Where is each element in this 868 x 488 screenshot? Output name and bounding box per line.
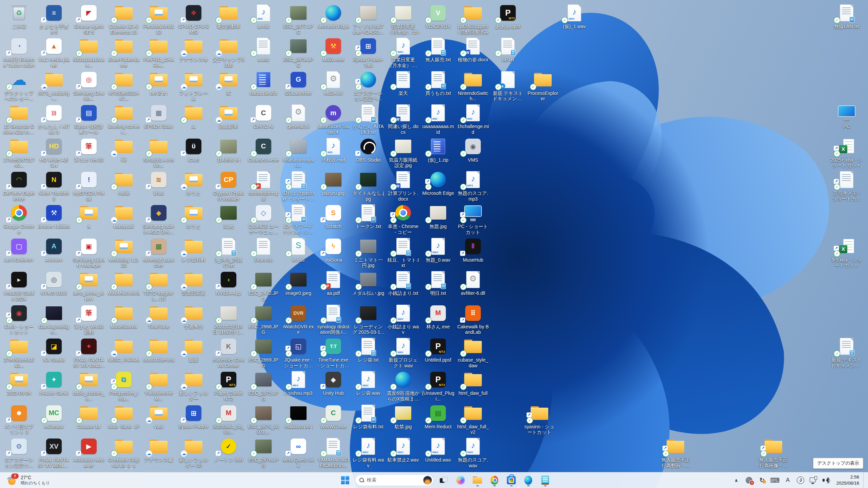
desktop-icon[interactable]: ☁交通事故 (177, 304, 210, 330)
desktop-icon[interactable]: ☁6973_Audiority-... (38, 71, 70, 102)
desktop-icon[interactable]: ✓15 Seconds Online ADB Installer an... (3, 104, 35, 135)
desktop-icon[interactable]: ☁新しいフォルダー (2) (177, 438, 210, 468)
desktop-icon[interactable]: ☁最新 (177, 338, 210, 363)
task-view-button[interactable] (437, 473, 450, 487)
desktop-icon[interactable]: ✓レコーディング 2025-03-1... (352, 304, 384, 335)
desktop-icon[interactable]: M✓20220904_08_08... (212, 404, 245, 435)
desktop-icon[interactable]: ✓メダル払い.jpg (352, 271, 384, 296)
desktop-icon[interactable]: ❖↗CPUID CPU-Z MSI (177, 4, 210, 35)
desktop-icon[interactable]: ∞↗Meta Quest Link (282, 438, 315, 468)
desktop-icon[interactable]: ✓3_24-3_25旅行.txt (212, 238, 245, 268)
desktop-icon[interactable]: ♪WAV✓無題_0.wav (422, 238, 454, 263)
desktop-icon[interactable]: ΡNT2✓あああ.ppsf (492, 4, 524, 29)
desktop-icon[interactable]: ✓駐禁.jpg (387, 404, 419, 430)
touch-keyboard-icon[interactable]: ⌨ (769, 474, 781, 486)
tray-clock[interactable]: 2:562025/08/16 (833, 473, 862, 487)
desktop-icon[interactable]: ◎↗NVMS-1000 (38, 271, 70, 296)
desktop-icon[interactable]: ✓Cubase LE AI Elements 13 (107, 4, 140, 35)
desktop-icon[interactable]: ♪WAV✓新規プロジェクト.wav (387, 338, 419, 368)
copilot-button[interactable] (454, 473, 467, 487)
desktop-icon[interactable]: ✓新規 テキスト ドキュメント.txt (830, 338, 863, 368)
desktop-icon[interactable]: ✓GamingIntellige... (38, 304, 70, 335)
desktop-icon[interactable]: ΡNT2✓(Unsaved_Plugi... (422, 371, 454, 402)
desktop-icon[interactable]: ≋↗Lhaz (142, 171, 175, 196)
desktop-icon[interactable]: ✓レジ袋.txt (352, 338, 384, 363)
desktop-icon[interactable]: ✓無線LAN.txt (830, 4, 863, 29)
desktop-icon[interactable]: ≡↗さよなら手書き5 (38, 4, 70, 35)
desktop-icon[interactable]: ♪WAV✓レジ袋有料.wav (352, 438, 384, 468)
desktop-icon[interactable]: ♪WAV✓(仮)_1.wav (558, 4, 591, 29)
desktop-icon[interactable]: M✓林さん.exe (422, 304, 454, 330)
desktop-icon[interactable]: ✓かんたん AITALK3.txt (352, 104, 384, 135)
desktop-icon[interactable]: ▤✓Mem Reduct (422, 404, 454, 430)
desktop-icon[interactable]: ▤↗Epson 接続診断ツール (73, 104, 105, 135)
desktop-icon[interactable]: V✓VOICEVOX (422, 4, 454, 29)
desktop-icon[interactable]: ✓Dram.sb (247, 238, 280, 263)
file-explorer-button[interactable] (471, 473, 484, 487)
desktop-icon[interactable]: ✓↗無人販売不正行為画像 - ショートカット (757, 438, 790, 468)
desktop-icon[interactable]: ◱✓↗JQuake.exe - ショートカット (282, 338, 315, 368)
desktop-icon[interactable]: A↗Artroom (38, 238, 70, 263)
desktop-icon[interactable]: ✓↗syasinn - ショートカット (523, 404, 556, 435)
desktop-icon[interactable]: W✓計算プリント.docx (387, 171, 419, 202)
desktop-icon[interactable]: ☁TimeTune (142, 304, 175, 330)
desktop-icon[interactable]: ◖↗NVIDIA App (212, 271, 245, 296)
desktop-icon[interactable]: ✦↗FINAL FANTASY XIV ONLINE (73, 338, 105, 368)
desktop-icon[interactable]: ⧉✓↗Perspective_Ima... (107, 371, 140, 402)
desktop-icon[interactable]: ☁Masayuki (107, 204, 140, 229)
desktop-icon[interactable]: ✓楽天 (387, 71, 419, 96)
desktop-icon[interactable]: ☁✓デスクトップ へのショートカット (OneDri... (3, 71, 35, 102)
desktop-icon[interactable]: ϋ↗iCUE (177, 138, 210, 163)
desktop-icon[interactable]: ☁営業日変更 (177, 271, 210, 296)
desktop-icon[interactable]: ⚒↗Brother Utilities (38, 204, 70, 229)
desktop-icon[interactable]: ▶↗Activation Manager (73, 438, 105, 468)
desktop-icon[interactable]: ▸↗Insta360 Studio 2024 (3, 271, 35, 302)
desktop-icon[interactable]: ☁新しいフォルダー (177, 371, 210, 402)
desktop-icon[interactable]: ◉✓↗CMS - ショートカット (3, 304, 35, 335)
desktop-icon[interactable]: ◔↗Intel(R) Extreme Tuning Utility (3, 37, 35, 68)
desktop-icon[interactable]: ◠↗GeForce Experience (3, 171, 35, 202)
desktop-icon[interactable]: ✓utau0418e-inst (142, 338, 175, 363)
desktop-icon[interactable]: ▣↗Steinberg Library Manager (73, 238, 105, 268)
desktop-icon[interactable]: CP↗Crypton Product Installer (212, 171, 245, 202)
desktop-icon[interactable]: !↗MyEPSON Portal (73, 171, 105, 202)
desktop-icon[interactable]: ✓Cubase 14 (73, 404, 105, 430)
desktop-icon[interactable]: ✓小銭詰まり.txt (387, 271, 419, 296)
desktop-icon[interactable]: ◆↗Unity Hub (317, 371, 350, 396)
desktop-icon[interactable]: ♪WAV✓レジ袋.wav (352, 371, 384, 396)
desktop-icon[interactable]: W✓植物の姿.docx (457, 37, 489, 63)
desktop-icon[interactable]: ✓ゆうと (177, 204, 210, 229)
desktop-icon[interactable]: ↗Google Chrome (3, 204, 35, 235)
wired-network-icon[interactable] (808, 474, 819, 486)
desktop-icon[interactable]: N↗Nikon Transfer 2 (38, 171, 70, 202)
desktop-icon[interactable]: ✓2021年2月19日 11時2分 (1).jpg (212, 304, 245, 335)
desktop-icon[interactable]: ♪WAV✓駐車禁止2.wav (387, 438, 419, 463)
desktop-icon[interactable]: ✓TETO-tougou-1... (1) (142, 271, 175, 302)
desktop-icon[interactable]: ⠿↗Cakewalk by BandLab (457, 304, 489, 335)
ime-J-circle-icon[interactable]: J (795, 474, 806, 486)
desktop-icon[interactable]: ✓↗ノートン 360 (212, 438, 245, 463)
desktop-icon[interactable]: ⚙↗エアステーション設定ツール (3, 438, 35, 468)
desktop-icon[interactable]: ✓ESC_2869.JPG (247, 338, 280, 368)
desktop-icon[interactable]: ✓2.jpg (212, 204, 245, 229)
desktop-icon[interactable]: ✓aero_arrow_xl.png (73, 271, 105, 302)
desktop-icon[interactable]: ☁フォトフレーム (177, 71, 210, 102)
desktop-icon[interactable]: ⚒✓MoZA.exe (317, 37, 350, 63)
desktop-icon[interactable]: ✓↗エアステーション設定ページ (352, 71, 384, 102)
desktop-icon[interactable]: ✓ESC_2878.JPG (282, 37, 315, 68)
desktop-icon[interactable]: ごみ箱 (3, 4, 35, 29)
desktop-icon[interactable]: ▩↗Minecraft Launcher (142, 238, 175, 268)
desktop-icon[interactable]: ◇✓CubeICE ユーザーマニュアル (247, 204, 280, 235)
desktop-icon[interactable]: ✓ESC_2868.JPG (247, 304, 280, 335)
desktop-icon[interactable]: ✓↗Microsoft Edge (422, 171, 454, 196)
desktop-icon[interactable]: ✓83011dbd124a4... (73, 37, 105, 68)
desktop-icon[interactable]: ✓a.usc (247, 37, 280, 63)
desktop-icon[interactable]: 筆↗筆まめ Ver.33 (73, 138, 105, 163)
desktop-icon[interactable]: ♪WAV✓営業日変更（月水金）.wav (387, 37, 419, 68)
desktop-icon[interactable]: S↗Scratch (317, 204, 350, 229)
desktop-icon[interactable]: ✓makkuro.png (282, 404, 315, 430)
desktop-icon[interactable]: ♪MID✓1hchallenge.mid (457, 104, 489, 135)
chrome-button[interactable] (488, 473, 501, 487)
desktop-icon[interactable]: ✓↗無人販売不正行為動画 - ショートカット (659, 438, 692, 468)
desktop-icon[interactable]: ✓MikuMikuWorld (107, 271, 140, 296)
